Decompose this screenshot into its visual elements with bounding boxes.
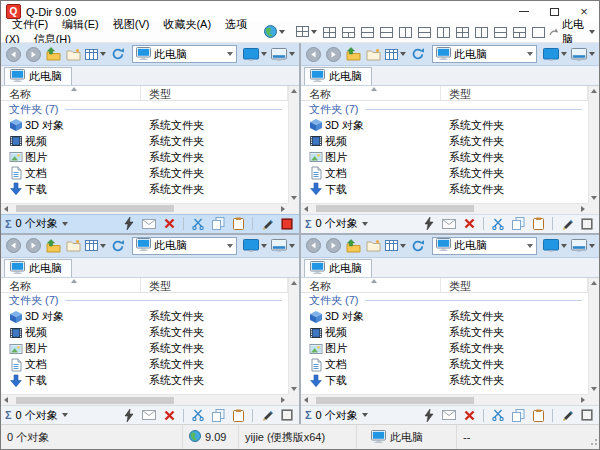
column-header-type[interactable]: 类型 bbox=[441, 278, 588, 292]
cut-button[interactable] bbox=[190, 407, 206, 423]
refresh-button[interactable] bbox=[109, 45, 127, 63]
vertical-scrollbar[interactable] bbox=[588, 278, 599, 395]
file-row[interactable]: 视频 系统文件夹 bbox=[301, 325, 588, 341]
menu-item-0[interactable]: 文件(F) bbox=[5, 16, 55, 32]
forward-button[interactable] bbox=[24, 45, 42, 63]
scroll-right-icon[interactable] bbox=[281, 397, 285, 403]
scroll-up-icon[interactable] bbox=[291, 281, 297, 285]
menu-item-2[interactable]: 视图(V) bbox=[106, 16, 157, 32]
monitor-button[interactable] bbox=[270, 45, 296, 63]
column-header-type[interactable]: 类型 bbox=[141, 278, 288, 292]
desktop-button[interactable] bbox=[542, 45, 568, 63]
layout-top1-bottom2-button[interactable] bbox=[511, 25, 528, 40]
desktop-button[interactable] bbox=[542, 237, 568, 255]
paste-button[interactable] bbox=[230, 216, 246, 232]
minimize-button[interactable] bbox=[509, 1, 539, 22]
new-folder-button[interactable] bbox=[64, 237, 82, 255]
layout-rows2-button[interactable] bbox=[492, 25, 509, 40]
refresh-button[interactable] bbox=[109, 237, 127, 255]
scroll-left-icon[interactable] bbox=[304, 206, 308, 212]
cut-button[interactable] bbox=[190, 216, 206, 232]
object-count[interactable]: 0 个对象 bbox=[16, 216, 58, 231]
back-button[interactable] bbox=[304, 237, 322, 255]
layout-single-button[interactable] bbox=[530, 25, 547, 40]
scroll-up-icon[interactable] bbox=[291, 89, 297, 93]
file-row[interactable]: 文档 系统文件夹 bbox=[301, 357, 588, 373]
folder-up-button[interactable] bbox=[44, 45, 62, 63]
refresh-button[interactable] bbox=[409, 45, 427, 63]
object-count[interactable]: 0 个对象 bbox=[316, 408, 358, 423]
language-button[interactable] bbox=[262, 24, 287, 41]
monitor-button[interactable] bbox=[570, 237, 596, 255]
file-row[interactable]: 下载 系统文件夹 bbox=[1, 181, 288, 197]
back-button[interactable] bbox=[4, 237, 22, 255]
desktop-button[interactable] bbox=[242, 237, 268, 255]
chevron-down-icon[interactable] bbox=[362, 413, 368, 417]
new-folder-button[interactable] bbox=[64, 45, 82, 63]
layout-rows2-button[interactable] bbox=[416, 25, 433, 40]
view-mode-button[interactable] bbox=[84, 237, 107, 255]
layout-cols2-button[interactable] bbox=[435, 25, 452, 40]
pane-indicator-button[interactable] bbox=[279, 216, 295, 232]
scroll-down-icon[interactable] bbox=[291, 196, 297, 200]
paste-button[interactable] bbox=[530, 216, 546, 232]
scroll-up-icon[interactable] bbox=[591, 89, 597, 93]
file-row[interactable]: 视频 系统文件夹 bbox=[1, 133, 288, 149]
file-row[interactable]: 视频 系统文件夹 bbox=[1, 325, 288, 341]
edit-button[interactable] bbox=[559, 407, 575, 423]
vertical-scrollbar[interactable] bbox=[288, 86, 299, 203]
monitor-button[interactable] bbox=[570, 45, 596, 63]
file-row[interactable]: 文档 系统文件夹 bbox=[301, 165, 588, 181]
group-header[interactable]: 文件夹 (7) bbox=[301, 101, 588, 117]
vertical-scrollbar[interactable] bbox=[588, 86, 599, 203]
flash-button[interactable] bbox=[121, 216, 137, 232]
file-row[interactable]: 下载 系统文件夹 bbox=[301, 373, 588, 389]
pane-indicator-button[interactable] bbox=[279, 407, 295, 423]
column-header-type[interactable]: 类型 bbox=[141, 86, 288, 100]
flash-button[interactable] bbox=[421, 216, 437, 232]
scroll-right-icon[interactable] bbox=[581, 206, 585, 212]
desktop-button[interactable] bbox=[242, 45, 268, 63]
group-header[interactable]: 文件夹 (7) bbox=[1, 101, 288, 117]
scroll-left-icon[interactable] bbox=[4, 206, 8, 212]
file-row[interactable]: 图片 系统文件夹 bbox=[301, 149, 588, 165]
paste-button[interactable] bbox=[230, 407, 246, 423]
new-folder-button[interactable] bbox=[364, 45, 382, 63]
forward-button[interactable] bbox=[324, 237, 342, 255]
new-folder-button[interactable] bbox=[364, 237, 382, 255]
rename-button[interactable] bbox=[441, 407, 457, 423]
copy-button[interactable] bbox=[210, 407, 226, 423]
tab-this-pc[interactable]: 此电脑 bbox=[4, 67, 72, 85]
horizontal-scrollbar[interactable] bbox=[301, 203, 588, 214]
scroll-down-icon[interactable] bbox=[591, 196, 597, 200]
file-row[interactable]: 图片 系统文件夹 bbox=[301, 341, 588, 357]
file-row[interactable]: 下载 系统文件夹 bbox=[301, 181, 588, 197]
resize-grip[interactable] bbox=[588, 436, 598, 448]
layout-quad-button[interactable] bbox=[454, 25, 471, 40]
chevron-down-icon[interactable] bbox=[362, 222, 368, 226]
delete-button[interactable] bbox=[461, 407, 477, 423]
cut-button[interactable] bbox=[490, 216, 506, 232]
paste-button[interactable] bbox=[530, 407, 546, 423]
scrollbar-thumb[interactable] bbox=[316, 397, 474, 404]
menu-item-3[interactable]: 收藏夹(A) bbox=[156, 16, 218, 32]
file-row[interactable]: 图片 系统文件夹 bbox=[1, 341, 288, 357]
vertical-scrollbar[interactable] bbox=[288, 278, 299, 395]
scrollbar-thumb[interactable] bbox=[16, 397, 174, 404]
tab-this-pc[interactable]: 此电脑 bbox=[4, 259, 72, 277]
chevron-down-icon[interactable] bbox=[589, 30, 595, 34]
view-mode-button[interactable] bbox=[84, 45, 107, 63]
address-combobox[interactable]: 此电脑 bbox=[432, 237, 537, 255]
layout-top1-bottom2-button[interactable] bbox=[340, 25, 357, 40]
pane-indicator-button[interactable] bbox=[579, 407, 595, 423]
forward-button[interactable] bbox=[324, 45, 342, 63]
folder-up-button[interactable] bbox=[44, 237, 62, 255]
flash-button[interactable] bbox=[421, 407, 437, 423]
view-mode-button[interactable] bbox=[384, 45, 407, 63]
horizontal-scrollbar[interactable] bbox=[301, 394, 588, 405]
scroll-down-icon[interactable] bbox=[291, 387, 297, 391]
scrollbar-thumb[interactable] bbox=[316, 205, 474, 212]
group-header[interactable]: 文件夹 (7) bbox=[301, 293, 588, 309]
layout-quad-button[interactable] bbox=[321, 25, 338, 40]
horizontal-scrollbar[interactable] bbox=[1, 203, 288, 214]
